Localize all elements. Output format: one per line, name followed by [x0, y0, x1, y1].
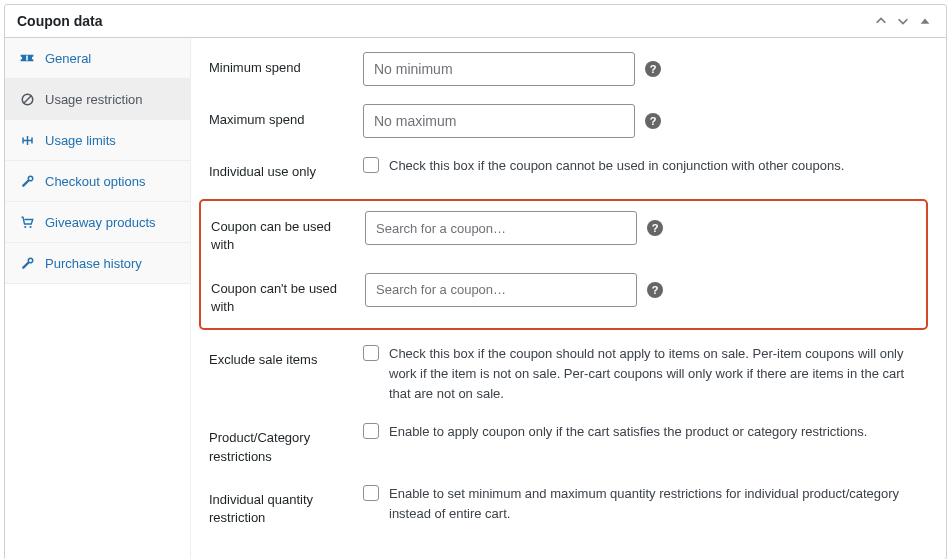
svg-point-6	[24, 225, 26, 227]
sidebar-item-label: Purchase history	[45, 256, 142, 271]
field-label: Exclude sale items	[209, 344, 353, 369]
sidebar-item-usage-restriction[interactable]: Usage restriction	[5, 79, 190, 120]
placeholder-text: Search for a coupon…	[376, 221, 506, 236]
panel-body: General Usage restriction Usage limits C…	[5, 38, 946, 559]
field-maximum-spend: Maximum spend ?	[209, 104, 928, 138]
limits-icon	[19, 132, 35, 148]
sidebar-item-purchase-history[interactable]: Purchase history	[5, 243, 190, 284]
move-down-icon[interactable]	[894, 14, 912, 28]
panel-controls	[872, 14, 934, 28]
field-label: Minimum spend	[209, 52, 353, 77]
field-exclude-sale-items: Exclude sale items Check this box if the…	[209, 344, 928, 404]
sidebar-item-label: Usage restriction	[45, 92, 143, 107]
content-area: Minimum spend ? Maximum spend ? Individu…	[191, 38, 946, 559]
field-product-category-restrictions: Product/Category restrictions Enable to …	[209, 422, 928, 465]
field-label: Coupon can be used with	[211, 211, 355, 254]
individual-quantity-checkbox[interactable]	[363, 485, 379, 501]
checkbox-description: Check this box if the coupon should not …	[389, 344, 928, 404]
coupon-data-panel: Coupon data General	[4, 4, 947, 559]
field-label: Individual use only	[209, 156, 353, 181]
help-icon[interactable]: ?	[645, 61, 661, 77]
field-can-be-used-with: Coupon can be used with Search for a cou…	[211, 211, 916, 254]
block-icon	[19, 91, 35, 107]
sidebar-item-label: Giveaway products	[45, 215, 156, 230]
field-label: Product/Category restrictions	[209, 422, 353, 465]
panel-title: Coupon data	[17, 13, 103, 29]
sidebar-item-checkout-options[interactable]: Checkout options	[5, 161, 190, 202]
cant-be-used-with-input[interactable]: Search for a coupon…	[365, 273, 637, 307]
svg-line-1	[23, 95, 31, 103]
help-icon[interactable]: ?	[647, 220, 663, 236]
help-icon[interactable]: ?	[645, 113, 661, 129]
field-individual-use: Individual use only Check this box if th…	[209, 156, 928, 181]
collapse-icon[interactable]	[916, 14, 934, 28]
sidebar-item-label: Usage limits	[45, 133, 116, 148]
field-cant-be-used-with: Coupon can't be used with Search for a c…	[211, 273, 916, 316]
checkbox-description: Enable to apply coupon only if the cart …	[389, 422, 867, 442]
sidebar-item-giveaway-products[interactable]: Giveaway products	[5, 202, 190, 243]
product-category-checkbox[interactable]	[363, 423, 379, 439]
ticket-icon	[19, 50, 35, 66]
checkbox-description: Enable to set minimum and maximum quanti…	[389, 484, 928, 524]
field-minimum-spend: Minimum spend ?	[209, 52, 928, 86]
move-up-icon[interactable]	[872, 14, 890, 28]
exclude-sale-checkbox[interactable]	[363, 345, 379, 361]
panel-header: Coupon data	[5, 5, 946, 38]
field-label: Maximum spend	[209, 104, 353, 129]
field-label: Individual quantity restriction	[209, 484, 353, 527]
cart-icon	[19, 214, 35, 230]
sidebar-item-general[interactable]: General	[5, 38, 190, 79]
field-label: Coupon can't be used with	[211, 273, 355, 316]
wrench-icon	[19, 255, 35, 271]
sidebar-item-usage-limits[interactable]: Usage limits	[5, 120, 190, 161]
can-be-used-with-input[interactable]: Search for a coupon…	[365, 211, 637, 245]
sidebar-item-label: General	[45, 51, 91, 66]
sidebar-item-label: Checkout options	[45, 174, 145, 189]
minimum-spend-input[interactable]	[363, 52, 635, 86]
placeholder-text: Search for a coupon…	[376, 282, 506, 297]
individual-use-checkbox[interactable]	[363, 157, 379, 173]
wrench-icon	[19, 173, 35, 189]
help-icon[interactable]: ?	[647, 282, 663, 298]
svg-point-7	[29, 225, 31, 227]
maximum-spend-input[interactable]	[363, 104, 635, 138]
sidebar: General Usage restriction Usage limits C…	[5, 38, 191, 559]
checkbox-description: Check this box if the coupon cannot be u…	[389, 156, 844, 176]
field-individual-quantity-restriction: Individual quantity restriction Enable t…	[209, 484, 928, 527]
highlighted-section: Coupon can be used with Search for a cou…	[199, 199, 928, 330]
